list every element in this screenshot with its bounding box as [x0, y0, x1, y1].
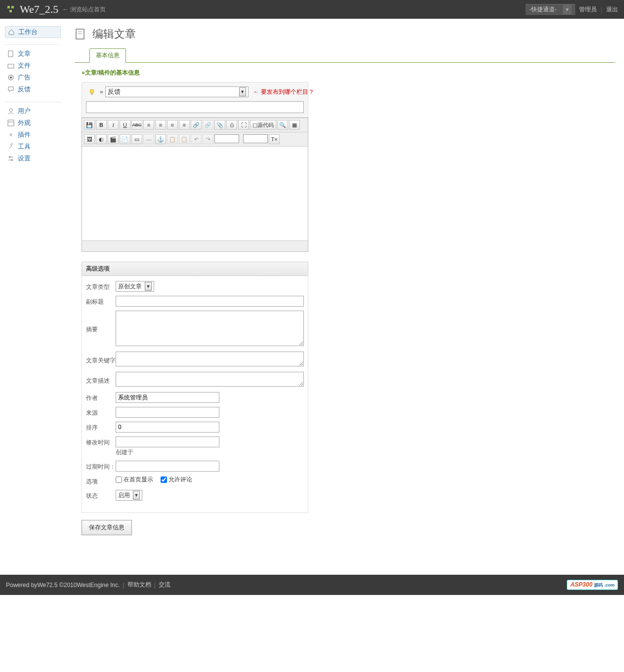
- sidebar-item-feedback[interactable]: 反馈: [5, 83, 61, 95]
- font-color-swatch[interactable]: [214, 134, 239, 143]
- keywords-textarea[interactable]: [116, 352, 304, 366]
- advanced-header: 高级选项: [82, 262, 308, 276]
- template-icon[interactable]: ▭: [131, 134, 142, 144]
- label-mtime: 修改时间: [86, 436, 116, 447]
- sidebar-item-plugin[interactable]: 插件: [5, 129, 61, 141]
- label-status: 状态: [86, 490, 116, 500]
- sidebar-item-file[interactable]: 文件: [5, 60, 61, 72]
- expire-input[interactable]: [116, 461, 219, 472]
- editor-toolbar-row-2: 🖼 ◐ 🎬 📄 ▭ — ⚓ 📋 📋 ↶ ↷ T×: [82, 132, 308, 147]
- align-justify-icon[interactable]: ≡: [179, 120, 190, 130]
- pagebreak-icon[interactable]: ⎙: [226, 120, 237, 130]
- sidebar-item-tool[interactable]: 工具: [5, 141, 61, 153]
- label-description: 文章描述: [86, 372, 116, 385]
- sidebar-item-setting[interactable]: 设置: [5, 153, 61, 164]
- rich-editor: 💾 B I U ABC ≡ ≡ ≡ ≡ 🔗 🔗 📎 ⎙ ⛶ ▢ 源代码 🔍: [82, 118, 308, 252]
- editor-toolbar-row-1: 💾 B I U ABC ≡ ≡ ≡ ≡ 🔗 🔗 📎 ⎙ ⛶ ▢ 源代码 🔍: [82, 118, 308, 132]
- save-icon[interactable]: 💾: [84, 120, 95, 130]
- strike-icon[interactable]: ABC: [131, 120, 142, 130]
- source-input[interactable]: [116, 407, 219, 418]
- bold-icon[interactable]: B: [96, 120, 107, 130]
- status-select[interactable]: 启用 ▼: [116, 490, 142, 501]
- slider-icon: [7, 155, 15, 162]
- source-button[interactable]: ▢ 源代码: [250, 120, 276, 130]
- sidebar-item-ad[interactable]: 广告: [5, 72, 61, 83]
- preview-icon[interactable]: 🔍: [277, 120, 288, 130]
- layout-icon: [7, 119, 15, 127]
- underline-icon[interactable]: U: [120, 120, 130, 130]
- redo-icon: ↷: [203, 134, 213, 144]
- footer-we7-link[interactable]: We7: [37, 582, 49, 589]
- subtitle-input[interactable]: [116, 296, 304, 307]
- anchor-icon[interactable]: ⚓: [155, 134, 166, 144]
- label-source: 来源: [86, 407, 116, 417]
- document-icon: [7, 50, 15, 58]
- author-input[interactable]: [116, 392, 219, 403]
- home-icon: [7, 28, 15, 36]
- attach-icon[interactable]: 📎: [214, 120, 225, 130]
- hr-icon: —: [143, 134, 154, 144]
- footer-help-link[interactable]: 帮助文档: [127, 581, 151, 589]
- admin-link[interactable]: 管理员: [579, 5, 597, 14]
- image-icon[interactable]: 🖼: [84, 134, 95, 144]
- svg-rect-8: [8, 120, 14, 126]
- footer-version: 2.5 ©2010: [49, 582, 77, 589]
- asp300-logo[interactable]: ASP300 源码 .com: [567, 580, 618, 590]
- fullscreen-icon[interactable]: ⛶: [238, 120, 249, 130]
- sidebar-item-user[interactable]: 用户: [5, 105, 61, 117]
- bg-color-swatch[interactable]: [243, 134, 268, 143]
- editor-body[interactable]: [82, 147, 308, 240]
- sidebar-item-appearance[interactable]: 外观: [5, 117, 61, 129]
- comment-icon: [7, 85, 15, 93]
- quick-nav-select[interactable]: -快捷通道- ▼: [526, 4, 575, 15]
- blocks-icon[interactable]: ▦: [289, 120, 300, 130]
- svg-rect-4: [8, 64, 14, 68]
- align-right-icon[interactable]: ≡: [167, 120, 178, 130]
- page-icon: [75, 28, 87, 40]
- logout-link[interactable]: 退出: [606, 5, 618, 14]
- tab-bar: 基本信息: [75, 48, 615, 63]
- chevron-down-icon: ▼: [239, 87, 246, 96]
- opt-allow-comment[interactable]: 允许评论: [161, 475, 192, 484]
- sidebar-item-label: 广告: [18, 73, 31, 82]
- link-icon[interactable]: 🔗: [191, 120, 202, 130]
- sidebar-item-label: 插件: [18, 130, 31, 139]
- opt-show-home-checkbox[interactable]: [116, 476, 122, 483]
- word-icon[interactable]: 📄: [120, 134, 130, 144]
- description-textarea[interactable]: [116, 372, 304, 387]
- created-at-text: 创建于: [116, 448, 304, 457]
- opt-allow-comment-checkbox[interactable]: [161, 476, 167, 483]
- save-button[interactable]: 保存文章信息: [82, 520, 132, 535]
- type-select[interactable]: 原创文章 ▼: [116, 281, 154, 292]
- article-title-input[interactable]: [86, 101, 304, 113]
- footer-comm-link[interactable]: 交流: [159, 581, 170, 589]
- sidebar-item-label: 文件: [18, 61, 31, 70]
- sidebar-item-workbench[interactable]: 工作台: [5, 26, 61, 38]
- brand-subtitle[interactable]: ← 浏览站点首页: [62, 5, 105, 14]
- label-author: 作者: [86, 392, 116, 402]
- video-icon[interactable]: 🎬: [108, 134, 119, 144]
- sidebar-item-label: 外观: [18, 119, 31, 127]
- summary-textarea[interactable]: [116, 311, 304, 346]
- page-title: 编辑文章: [75, 27, 615, 41]
- category-select[interactable]: 反馈 ▼: [105, 86, 249, 97]
- section-title: »文章/稿件的基本信息: [82, 69, 615, 77]
- label-keywords: 文章关键字: [86, 352, 116, 365]
- chevron-down-icon: ▼: [563, 4, 572, 14]
- label-summary: 摘要: [86, 311, 116, 334]
- svg-rect-14: [76, 29, 84, 39]
- italic-icon[interactable]: I: [108, 120, 119, 130]
- flash-icon[interactable]: ◐: [96, 134, 107, 144]
- footer-company-link[interactable]: WestEngine Inc.: [77, 582, 120, 589]
- align-left-icon[interactable]: ≡: [143, 120, 154, 130]
- bulb-icon: [88, 87, 96, 97]
- tab-basic-info[interactable]: 基本信息: [89, 48, 126, 63]
- mtime-input[interactable]: [116, 436, 219, 447]
- opt-show-home[interactable]: 在首页显示: [116, 475, 153, 484]
- order-input[interactable]: [116, 422, 219, 433]
- status-value: 启用: [118, 491, 130, 500]
- footer-powered: Powered by: [6, 582, 37, 589]
- clear-format-icon[interactable]: T×: [269, 134, 280, 144]
- align-center-icon[interactable]: ≡: [155, 120, 166, 130]
- sidebar-item-article[interactable]: 文章: [5, 48, 61, 60]
